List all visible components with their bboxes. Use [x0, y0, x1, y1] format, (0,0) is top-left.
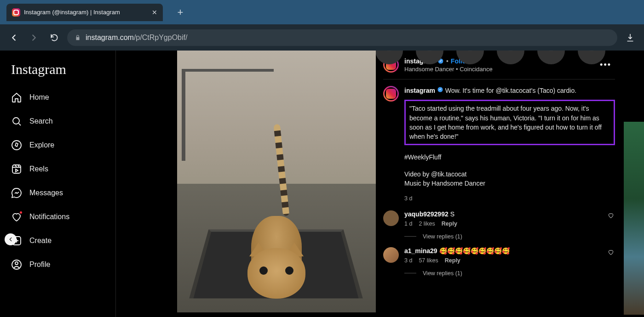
post-content: instagram • Follow Handsome Dancer • Coi… — [116, 51, 644, 317]
sidebar-item-label: Reels — [29, 165, 48, 173]
instagram-logo[interactable]: Instagram — [6, 62, 110, 85]
sidebar-item-label: Explore — [29, 141, 54, 149]
comment-likes[interactable]: 57 likes — [419, 257, 438, 264]
author-username[interactable]: instagram — [404, 87, 435, 94]
post-media[interactable] — [177, 51, 376, 312]
story-circle[interactable] — [375, 51, 403, 64]
caption-hashtag[interactable]: #WeeklyFluff — [404, 153, 615, 162]
sidebar-item-home[interactable]: Home — [6, 85, 110, 109]
caption-lead: instagram Wow. It's time for @tik.tacoca… — [404, 87, 576, 94]
heart-icon — [11, 211, 22, 222]
url-path: /p/CtRpYgpObif/ — [134, 34, 188, 41]
sidebar-item-profile[interactable]: Profile — [6, 253, 110, 277]
story-circle[interactable] — [497, 51, 524, 64]
caption-highlight: "Taco started using the treadmill about … — [404, 100, 615, 145]
sidebar-item-messages[interactable]: Messages — [6, 181, 110, 205]
url-host: instagram.com — [86, 34, 134, 41]
story-circle[interactable] — [416, 51, 443, 64]
instagram-favicon — [12, 8, 20, 17]
forward-button — [27, 30, 41, 45]
sidebar-item-reels[interactable]: Reels — [6, 157, 110, 181]
stories-prev-button[interactable] — [5, 233, 17, 245]
lock-icon — [75, 34, 81, 41]
comment-username[interactable]: yaqub9292992 — [404, 210, 448, 218]
adjacent-post-preview[interactable] — [624, 122, 644, 315]
like-comment-button[interactable] — [608, 212, 615, 220]
comment-avatar[interactable] — [383, 210, 399, 226]
reload-button[interactable] — [47, 30, 62, 45]
sidebar-item-label: Create — [29, 237, 52, 245]
sidebar-item-label: Profile — [29, 260, 50, 269]
dash-icon — [404, 236, 416, 237]
sidebar: Instagram Home Search Explore Reels Mess… — [0, 51, 116, 317]
view-replies-text: View replies (1) — [423, 270, 462, 277]
post-time: 3 d — [404, 194, 615, 203]
caption-credit-video: Video by @tik.tacocat — [404, 170, 615, 179]
comment: yaqub9292992 S 1 d 2 likes Reply — [383, 203, 615, 227]
author-avatar[interactable] — [383, 86, 399, 102]
comment-likes[interactable]: 2 likes — [419, 221, 435, 227]
view-replies-text: View replies (1) — [423, 233, 462, 240]
caption-lead-text: Wow. It's time for @tik.tacocat's (Taco)… — [445, 87, 576, 94]
tab-strip: Instagram (@instagram) | Instagram ✕ + — [0, 0, 644, 24]
comment-reply-button[interactable]: Reply — [442, 221, 457, 227]
home-icon — [11, 92, 22, 103]
comment-text: 🥰🥰🥰🥰🥰🥰🥰🥰🥰 — [439, 247, 510, 255]
view-replies-button[interactable]: View replies (1) — [404, 270, 615, 277]
like-comment-button[interactable] — [608, 249, 615, 256]
sidebar-item-label: Home — [29, 93, 49, 102]
back-button[interactable] — [6, 30, 21, 45]
sidebar-item-create[interactable]: Create — [6, 229, 110, 253]
messages-icon — [11, 187, 22, 198]
url-text: instagram.com/p/CtRpYgpObif/ — [86, 34, 187, 42]
browser-toolbar: instagram.com/p/CtRpYgpObif/ — [0, 24, 644, 51]
post-music[interactable]: Handsome Dancer • Coincidance — [404, 66, 596, 73]
sidebar-item-explore[interactable]: Explore — [6, 133, 110, 157]
svg-point-1 — [12, 141, 21, 150]
sidebar-item-label: Search — [29, 117, 53, 125]
browser-tab[interactable]: Instagram (@instagram) | Instagram ✕ — [6, 4, 163, 21]
comment-time: 3 d — [404, 257, 412, 264]
dash-icon — [404, 273, 416, 273]
comment-text: S — [450, 210, 454, 218]
story-circle[interactable] — [456, 51, 484, 64]
download-button[interactable] — [623, 30, 638, 45]
profile-icon — [11, 259, 22, 270]
comment-avatar[interactable] — [383, 247, 399, 263]
comment-time: 1 d — [404, 221, 412, 227]
svg-rect-2 — [12, 165, 21, 173]
cat-graphic — [237, 188, 316, 312]
caption-credit-music: Music by Handsome Dancer — [404, 180, 485, 187]
close-tab-icon[interactable]: ✕ — [151, 9, 158, 16]
post-details: instagram • Follow Handsome Dancer • Coi… — [376, 51, 617, 317]
address-bar[interactable]: instagram.com/p/CtRpYgpObif/ — [67, 29, 617, 46]
svg-point-5 — [15, 262, 18, 265]
comment: a1_mina29 🥰🥰🥰🥰🥰🥰🥰🥰🥰 3 d 57 likes Reply — [383, 240, 615, 264]
search-icon — [11, 116, 22, 127]
new-tab-button[interactable]: + — [174, 6, 187, 19]
sidebar-item-label: Messages — [29, 189, 63, 197]
sidebar-item-notifications[interactable]: Notifications — [6, 205, 110, 229]
browser-chrome: Instagram (@instagram) | Instagram ✕ + i… — [0, 0, 644, 51]
tab-title: Instagram (@instagram) | Instagram — [24, 9, 147, 16]
comment-username[interactable]: a1_mina29 — [404, 247, 437, 255]
gym-equipment-graphic — [182, 69, 274, 161]
compass-icon — [11, 140, 22, 151]
caption-block: instagram Wow. It's time for @tik.tacoca… — [383, 79, 615, 203]
story-circle[interactable] — [537, 51, 565, 64]
notification-dot — [19, 210, 23, 215]
svg-point-0 — [13, 118, 19, 124]
sidebar-item-label: Notifications — [29, 213, 69, 221]
instagram-app: Instagram Home Search Explore Reels Mess… — [0, 51, 644, 317]
story-circle[interactable] — [578, 51, 605, 64]
view-replies-button[interactable]: View replies (1) — [404, 233, 615, 240]
sidebar-item-search[interactable]: Search — [6, 109, 110, 133]
reels-icon — [11, 164, 22, 175]
verified-badge-icon — [437, 86, 443, 93]
comment-reply-button[interactable]: Reply — [445, 257, 460, 264]
